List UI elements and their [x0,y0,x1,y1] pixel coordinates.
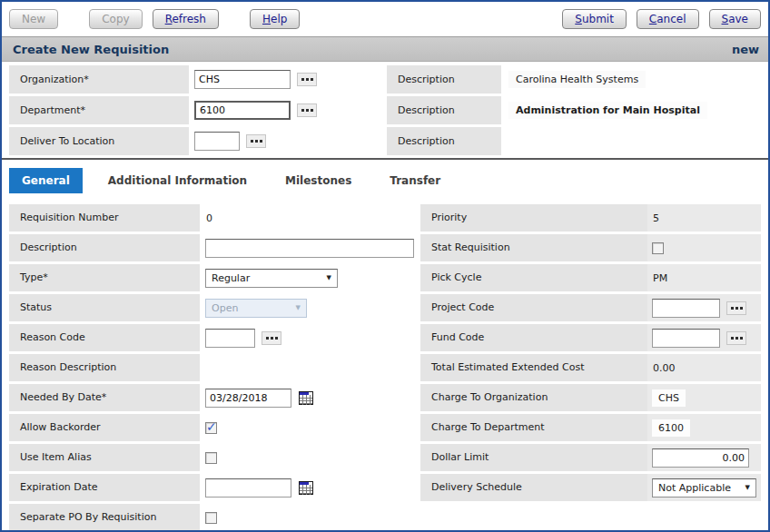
description-label: Description [9,234,200,261]
use-item-alias-label: Use Item Alias [9,444,200,471]
row-charge-to-department: Charge To Department 6100 [420,414,761,441]
dollar-limit-input[interactable] [652,448,749,468]
submit-button[interactable]: Submit [562,9,627,29]
row-charge-to-organization: Charge To Organization CHS [420,384,761,411]
toolbar-right-group: Submit Cancel Save [562,9,761,29]
cancel-button[interactable]: Cancel [637,9,699,29]
organization-input[interactable] [194,70,291,89]
use-item-alias-checkbox[interactable]: ✓ [205,452,217,464]
row-description: Description [9,234,414,261]
general-tab-panel: Requisition Number 0 Description Type* R… [2,201,768,532]
needed-by-date-label: Needed By Date* [9,384,200,411]
title-bar: Create New Requisition new [2,36,768,62]
tab-general[interactable]: General [9,168,83,193]
toolbar-left-group: New Copy Refresh Help [9,9,300,29]
reason-description-label: Reason Description [9,354,200,381]
dollar-limit-label: Dollar Limit [420,444,647,471]
ellipsis-icon [301,78,313,81]
delivery-schedule-select-value: Not Applicable [658,482,731,494]
project-code-label: Project Code [420,294,647,321]
charge-to-department-label: Charge To Department [420,414,647,441]
row-fund-code: Fund Code [420,324,761,351]
tab-bar: General Additional Information Milestone… [9,168,768,193]
ellipsis-icon [301,109,313,112]
type-select[interactable]: Regular ▼ [205,269,338,288]
row-stat-requisition: Stat Requisition ✓ [420,234,761,261]
delivery-schedule-select[interactable]: Not Applicable ▼ [652,478,756,498]
right-column: Priority 5 Stat Requisition ✓ Pick Cycle… [420,204,761,532]
help-button[interactable]: Help [250,9,300,29]
pick-cycle-label: Pick Cycle [420,264,647,291]
requisition-number-value: 0 [205,212,212,224]
fund-code-lookup-button[interactable] [726,331,746,345]
row-pick-cycle: Pick Cycle PM [420,264,761,291]
tab-transfer[interactable]: Transfer [377,168,453,193]
status-select: Open ▼ [205,299,307,318]
needed-by-date-calendar-button[interactable] [299,391,313,405]
organization-field [189,65,387,94]
department-field [189,96,387,124]
type-label: Type* [9,264,200,291]
delivery-schedule-label: Delivery Schedule [420,474,647,501]
row-status: Status Open ▼ [9,294,414,321]
dropdown-arrow-icon: ▼ [745,484,750,491]
organization-lookup-button[interactable] [297,73,317,86]
calendar-icon [299,391,313,405]
allow-backorder-checkbox[interactable]: ✓ [205,422,217,434]
row-organization: Organization* Description Carolina Healt… [9,65,761,94]
dropdown-arrow-icon: ▼ [327,274,331,281]
save-button-label: Save [722,13,748,25]
project-code-lookup-button[interactable] [726,301,746,315]
row-deliver-to-location: Deliver To Location Description [9,127,761,155]
project-code-input[interactable] [652,299,720,318]
requisition-number-label: Requisition Number [9,204,200,232]
pick-cycle-value: PM [652,272,667,284]
department-input[interactable] [194,101,291,120]
header-form: Organization* Description Carolina Healt… [2,62,768,155]
tab-additional-information[interactable]: Additional Information [95,168,260,193]
location-description-field [501,127,761,155]
reason-code-input[interactable] [205,329,255,348]
expiration-date-input[interactable] [205,478,291,498]
department-label: Department* [9,96,189,124]
row-type: Type* Regular ▼ [9,264,414,291]
department-lookup-button[interactable] [297,103,317,117]
copy-button[interactable]: Copy [89,9,142,29]
stat-requisition-checkbox[interactable]: ✓ [652,242,664,254]
row-use-item-alias: Use Item Alias ✓ [9,444,414,471]
tab-section: General Additional Information Milestone… [2,158,768,201]
deliver-to-location-field [189,127,387,155]
department-description-label: Description [387,96,501,124]
refresh-button[interactable]: Refresh [153,9,219,29]
refresh-button-label: Refresh [165,13,206,25]
save-button[interactable]: Save [709,9,761,29]
fund-code-input[interactable] [652,329,720,348]
reason-code-lookup-button[interactable] [262,331,281,345]
description-input[interactable] [205,239,414,258]
deliver-to-location-input[interactable] [194,132,240,151]
row-delivery-schedule: Delivery Schedule Not Applicable ▼ [420,474,761,501]
page-title: Create New Requisition [13,43,169,56]
department-description-value: Administration for Main Hospital [508,102,707,119]
calendar-icon [299,481,313,495]
row-allow-backorder: Allow Backorder ✓ [9,414,414,441]
cancel-button-label: Cancel [649,13,686,25]
ellipsis-icon [731,307,743,310]
help-button-label: Help [262,13,287,25]
stat-requisition-label: Stat Requisition [420,234,647,261]
row-priority: Priority 5 [420,204,761,232]
needed-by-date-input[interactable] [205,389,291,408]
row-needed-by-date: Needed By Date* [9,384,414,411]
expiration-date-calendar-button[interactable] [299,481,313,495]
deliver-to-location-lookup-button[interactable] [246,134,266,148]
new-button[interactable]: New [9,9,58,29]
total-estimated-extended-cost-label: Total Estimated Extended Cost [420,354,647,381]
row-reason-code: Reason Code [9,324,414,351]
separate-po-by-requisition-checkbox[interactable]: ✓ [205,512,217,524]
type-select-value: Regular [212,272,250,284]
check-mark-icon: ✓ [206,419,217,434]
new-button-label: New [22,13,45,25]
status-select-value: Open [212,302,238,314]
tab-milestones[interactable]: Milestones [272,168,364,193]
expiration-date-label: Expiration Date [9,474,200,501]
